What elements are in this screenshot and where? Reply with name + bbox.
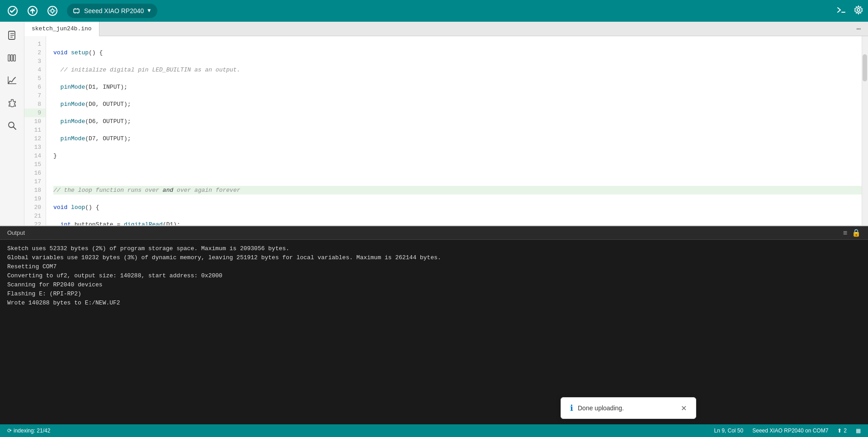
svg-rect-19 (8, 55, 10, 61)
output-title: Output (7, 229, 25, 236)
toast-message: Done uploading. (578, 404, 624, 412)
indexing-spinner: ⟳ (7, 428, 12, 434)
sidebar-item-library[interactable] (3, 49, 21, 67)
output-content: Sketch uses 52332 bytes (2%) of program … (0, 240, 868, 312)
status-board-port: Seeed XIAO RP2040 on COM7 (752, 428, 828, 434)
sidebar-item-sketch[interactable] (3, 26, 21, 44)
upload-icon: ⬆ (837, 428, 842, 434)
sidebar-item-chart[interactable] (3, 71, 21, 90)
verify-button[interactable] (5, 3, 21, 19)
status-position: Ln 9, Col 50 (714, 428, 744, 434)
layout-icon: ▦ (856, 428, 861, 434)
scrollbar-track (862, 36, 868, 226)
status-right: Ln 9, Col 50 Seeed XIAO RP2040 on COM7 ⬆… (714, 428, 861, 434)
sidebar-item-debug[interactable] (3, 94, 21, 112)
editor: 12345 678 9 1011121314 1516171819 202122… (24, 36, 862, 226)
scrollbar-thumb[interactable] (863, 54, 867, 81)
status-layout[interactable]: ▦ (856, 428, 861, 434)
output-header: Output ≡ 🔒 (0, 226, 868, 240)
upload-count: 2 (844, 428, 847, 434)
line-numbers: 12345 678 9 1011121314 1516171819 202122 (24, 36, 46, 226)
svg-point-14 (857, 9, 860, 11)
svg-rect-8 (74, 9, 79, 13)
serial-monitor-button[interactable] (836, 5, 846, 17)
status-bar: ⟳ indexing: 21/42 Ln 9, Col 50 Seeed XIA… (0, 424, 868, 437)
output-lock-icon[interactable]: 🔒 (852, 228, 861, 237)
tab-bar: sketch_jun24b.ino ⋯ (24, 22, 868, 36)
indexing-text: indexing: 21/42 (14, 428, 50, 434)
tab-more-button[interactable]: ⋯ (849, 24, 868, 33)
output-header-icons: ≡ 🔒 (843, 228, 861, 237)
toolbar-right (836, 5, 863, 17)
upload-button[interactable] (24, 3, 41, 19)
toolbar: Seeed XIAO RP2040 ▼ (0, 0, 868, 22)
toast-close-button[interactable]: ✕ (681, 404, 687, 413)
board-name: Seeed XIAO RP2040 (84, 7, 144, 14)
svg-rect-21 (14, 55, 15, 61)
output-list-icon[interactable]: ≡ (843, 228, 847, 237)
toast-info-icon: ℹ (570, 403, 573, 413)
svg-line-25 (13, 127, 16, 130)
board-dropdown-icon: ▼ (147, 8, 151, 14)
toast-notification: ℹ Done uploading. ✕ (561, 397, 696, 419)
settings-button[interactable] (854, 5, 863, 17)
code-area[interactable]: void setup() { // initialize digital pin… (46, 36, 862, 226)
debug-button[interactable] (44, 3, 61, 19)
output-panel: Output ≡ 🔒 Sketch uses 52332 bytes (2%) … (0, 226, 868, 437)
file-tab-name: sketch_jun24b.ino (32, 25, 92, 32)
svg-rect-20 (11, 55, 13, 61)
file-tab-sketch[interactable]: sketch_jun24b.ino (24, 22, 99, 36)
board-selector[interactable]: Seeed XIAO RP2040 ▼ (67, 4, 157, 18)
status-upload[interactable]: ⬆ 2 (837, 428, 847, 434)
sidebar-item-search[interactable] (3, 117, 21, 135)
status-indexing: ⟳ indexing: 21/42 (7, 428, 50, 434)
